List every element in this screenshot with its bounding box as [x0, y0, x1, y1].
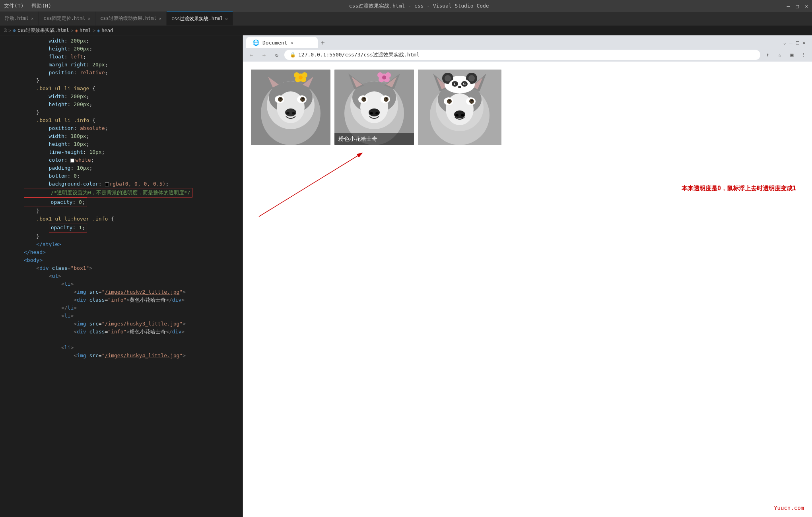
svg-point-71 — [449, 78, 471, 93]
address-bar[interactable]: 🔒 127.0.0.1:5500/css/3/css过渡效果实战.html — [284, 50, 760, 60]
code-line: <div class="info">黄色小花哈士奇</div> — [24, 296, 243, 304]
svg-point-13 — [302, 98, 304, 99]
svg-point-7 — [292, 112, 295, 114]
code-line: <body> — [24, 256, 243, 264]
browser-tab-label: Document — [262, 40, 288, 46]
tab-label: 浮动.html — [5, 15, 29, 22]
tab-transition-ease[interactable]: css过渡的缓动效果.html ✕ — [95, 12, 167, 25]
browser-tab[interactable]: 🌐 Document ✕ — [246, 37, 318, 48]
browser-new-tab-button[interactable]: + — [321, 39, 325, 46]
code-line: <li> — [24, 280, 243, 288]
svg-point-60 — [449, 100, 451, 101]
svg-point-30 — [370, 112, 373, 114]
minimize-button[interactable]: — — [787, 3, 790, 9]
svg-point-34 — [361, 97, 366, 102]
dog-image-1 — [251, 70, 330, 145]
breadcrumb: 3 > ⊕ css过渡效果实战.html > ◈ html > ◈ head — [0, 26, 812, 35]
menu-help[interactable]: 帮助(H) — [31, 2, 51, 10]
breadcrumb-head-icon: ◈ — [97, 28, 100, 33]
browser-tab-close-button[interactable]: ✕ — [291, 40, 293, 45]
window-title: css过渡效果实战.html - css - Visual Studio Cod… — [51, 2, 787, 10]
tab-close-icon[interactable]: ✕ — [31, 16, 33, 21]
browser-window-controls-icon[interactable]: ⌄ — [783, 40, 786, 45]
code-line: <img src="/imges/husky3_little.jpg"> — [24, 320, 243, 328]
browser-nav-actions: ⬆ ☆ ▣ ⋮ — [763, 50, 809, 60]
breadcrumb-sep2: > — [71, 28, 74, 33]
window-controls[interactable]: — □ ✕ — [787, 3, 808, 9]
tab-floating[interactable]: 浮动.html ✕ — [0, 12, 39, 25]
code-line: .box1 ul li .info { — [24, 116, 243, 124]
menu-file[interactable]: 文件(T) — [4, 2, 23, 10]
dog-images-container: 粉色小花哈士奇 — [251, 70, 804, 145]
svg-point-36 — [363, 98, 365, 99]
browser-close-button[interactable]: ✕ — [802, 39, 806, 46]
tab-label: css固定定位.html — [43, 15, 85, 22]
browser-maximize-button[interactable]: □ — [796, 39, 799, 46]
tab-label: css过渡的缓动效果.html — [100, 15, 157, 22]
main-area: width: 200px; height: 200px; float: left… — [0, 35, 812, 517]
browser-minimize-button[interactable]: — — [789, 39, 793, 46]
code-line: </head> — [24, 248, 243, 256]
browser-back-button[interactable]: ← — [246, 50, 256, 60]
code-line: line-height: 10px; — [24, 148, 243, 156]
code-editor[interactable]: width: 200px; height: 200px; float: left… — [0, 35, 243, 517]
title-bar: 文件(T) 帮助(H) css过渡效果实战.html - css - Visua… — [0, 0, 812, 12]
browser-split-button[interactable]: ▣ — [787, 50, 797, 60]
svg-point-61 — [471, 100, 473, 101]
breadcrumb-sep3: > — [93, 28, 95, 33]
code-line: position: relative; — [24, 69, 243, 77]
code-line: bottom: 0; — [24, 172, 243, 180]
code-line: /*透明度设置为0，不是背景的透明度，而是整体的透明度*/ — [24, 188, 243, 198]
code-line: <li> — [24, 312, 243, 320]
dog-card-1 — [251, 70, 330, 145]
code-line: <li> — [24, 344, 243, 352]
breadcrumb-file-icon: ⊕ — [13, 28, 16, 33]
svg-point-35 — [384, 97, 389, 102]
svg-point-78 — [458, 86, 461, 88]
browser-nav: ← → ↻ 🔒 127.0.0.1:5500/css/3/css过渡效果实战.h… — [243, 48, 812, 62]
svg-point-76 — [455, 83, 456, 85]
code-line: width: 200px; — [24, 93, 243, 101]
dog-name-2: 粉色小花哈士奇 — [338, 136, 377, 142]
svg-point-23 — [299, 76, 303, 79]
browser-chrome: 🌐 Document ✕ + ⌄ — □ ✕ ← → ↻ � — [243, 35, 812, 62]
svg-point-79 — [468, 102, 470, 105]
tab-fixed-pos[interactable]: css固定定位.html ✕ — [39, 12, 95, 25]
browser-panel: 🌐 Document ✕ + ⌄ — □ ✕ ← → ↻ � — [243, 35, 812, 517]
tab-close-icon[interactable]: ✕ — [225, 17, 228, 21]
browser-tab-favicon: 🌐 — [253, 39, 259, 46]
browser-bookmark-button[interactable]: ☆ — [775, 50, 785, 60]
svg-point-6 — [286, 112, 289, 114]
code-line: </style> — [24, 240, 243, 248]
code-line: } — [24, 77, 243, 85]
browser-share-button[interactable]: ⬆ — [763, 50, 773, 60]
dog-card-2: 粉色小花哈士奇 — [334, 70, 414, 145]
code-line: <div class="info">粉色小花哈士奇</div> — [24, 328, 243, 336]
svg-point-55 — [461, 114, 464, 116]
annotation-text: 本来透明度是0，鼠标浮上去时透明度变成1 — [682, 185, 796, 192]
tab-close-icon[interactable]: ✕ — [88, 16, 90, 21]
browser-refresh-button[interactable]: ↻ — [272, 50, 282, 60]
svg-point-10 — [278, 97, 283, 102]
tab-transition-practice[interactable]: css过渡效果实战.html ✕ — [167, 12, 233, 25]
maximize-button[interactable]: □ — [796, 3, 799, 9]
breadcrumb-sep: > — [8, 28, 11, 33]
code-line: <img src="/imges/husky4_little.jpg"> — [24, 352, 243, 360]
tab-close-icon[interactable]: ✕ — [159, 16, 161, 21]
menu-bar[interactable]: 文件(T) 帮助(H) — [4, 2, 51, 10]
code-line: float: left; — [24, 53, 243, 61]
browser-forward-button[interactable]: → — [259, 50, 269, 60]
close-button[interactable]: ✕ — [805, 3, 808, 9]
code-line: padding: 10px; — [24, 164, 243, 172]
svg-point-77 — [464, 83, 466, 85]
svg-point-54 — [455, 114, 458, 116]
svg-point-58 — [447, 99, 452, 104]
svg-point-68 — [445, 75, 451, 81]
breadcrumb-num: 3 — [4, 28, 7, 33]
svg-point-12 — [280, 98, 282, 99]
code-content: width: 200px; height: 200px; float: left… — [0, 35, 243, 361]
browser-tab-bar: 🌐 Document ✕ + ⌄ — □ ✕ — [243, 35, 812, 48]
dog-image-3 — [418, 70, 501, 145]
browser-menu-button[interactable]: ⋮ — [798, 50, 809, 60]
address-url: 127.0.0.1:5500/css/3/css过渡效果实战.html — [298, 51, 420, 58]
